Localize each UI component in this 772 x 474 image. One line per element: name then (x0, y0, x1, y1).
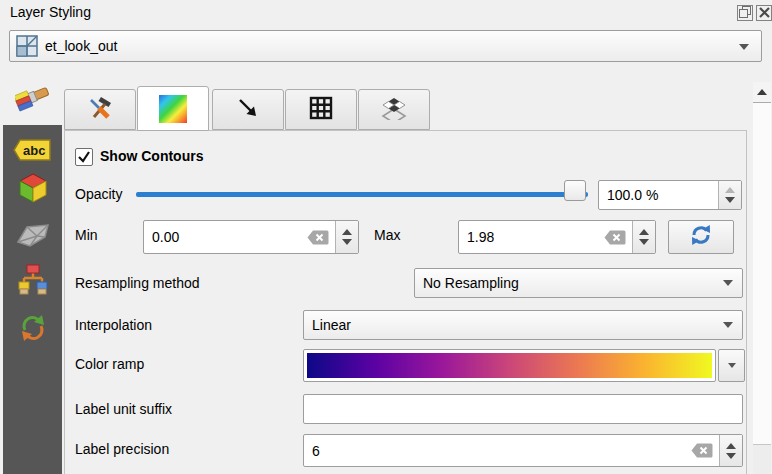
chevron-down-icon (739, 44, 749, 50)
label-unit-suffix-label: Label unit suffix (75, 401, 172, 417)
spin-up-icon[interactable] (342, 229, 352, 235)
max-value: 1.98 (467, 229, 604, 245)
label-precision-spin-buttons (719, 435, 742, 466)
labels-abc-icon: abc (13, 138, 53, 166)
opacity-label: Opacity (75, 186, 122, 202)
renderer-settings-panel: Show Contours Opacity 100.0 % Min 0.00 M… (64, 130, 747, 474)
resampling-label: Resampling method (75, 275, 200, 291)
interpolation-dropdown[interactable]: Linear (303, 310, 743, 340)
sidebar-item-mesh[interactable] (3, 214, 62, 258)
check-icon (77, 150, 91, 164)
clear-backspace-icon (691, 443, 713, 458)
min-spinbox[interactable]: 0.00 (143, 220, 359, 254)
color-ramp-dropdown-button[interactable] (718, 349, 745, 382)
tab-color-ramp[interactable] (137, 86, 209, 131)
tab-grid[interactable] (285, 89, 357, 130)
max-clear-button[interactable] (604, 230, 626, 245)
svg-text:abc: abc (23, 143, 45, 158)
resampling-value: No Resampling (423, 275, 723, 291)
chevron-down-icon (728, 363, 736, 368)
opacity-slider-track[interactable] (136, 192, 588, 197)
min-label: Min (75, 227, 98, 243)
label-unit-suffix-input[interactable] (303, 394, 743, 424)
styling-sidebar: abc (3, 72, 62, 474)
tab-contour-lines[interactable] (212, 89, 284, 130)
spin-up-icon[interactable] (639, 229, 649, 235)
label-precision-clear-button[interactable] (691, 443, 713, 458)
vertical-scrollbar[interactable] (753, 82, 771, 474)
sidebar-item-style-history[interactable] (3, 260, 62, 304)
chevron-down-icon (723, 322, 733, 328)
float-icon (739, 4, 751, 22)
sidebar-item-symbology[interactable] (3, 78, 62, 122)
sidebar-item-live-update[interactable] (3, 308, 62, 352)
spin-up-icon[interactable] (725, 187, 735, 193)
max-label: Max (374, 227, 400, 243)
spin-down-icon[interactable] (726, 453, 736, 459)
label-precision-spinbox[interactable]: 6 (303, 434, 743, 467)
scrollbar-thumb[interactable] (753, 103, 771, 445)
clear-backspace-icon (307, 230, 329, 245)
tab-tools[interactable] (64, 89, 136, 130)
scroll-up-icon (757, 89, 767, 95)
resampling-dropdown[interactable]: No Resampling (414, 268, 743, 298)
tab-transparency-layers[interactable] (358, 89, 430, 130)
show-contours-checkbox[interactable] (75, 148, 93, 166)
min-value: 0.00 (152, 229, 307, 245)
max-spin-buttons (632, 221, 655, 253)
spin-down-icon[interactable] (342, 239, 352, 245)
raster-layer-icon (16, 35, 38, 57)
min-clear-button[interactable] (307, 230, 329, 245)
spin-down-icon[interactable] (725, 197, 735, 203)
interpolation-value: Linear (312, 317, 723, 333)
float-panel-button[interactable] (737, 5, 753, 21)
layers-icon (380, 96, 408, 124)
close-icon (759, 4, 770, 22)
refresh-icon (690, 224, 712, 250)
clear-backspace-icon (604, 230, 626, 245)
color-ramp-label: Color ramp (75, 356, 144, 372)
spin-down-icon[interactable] (639, 239, 649, 245)
color-ramp-gradient (307, 353, 712, 378)
color-ramp-button[interactable] (303, 349, 716, 382)
chevron-down-icon (723, 280, 733, 286)
panel-titlebar: Layer Styling (0, 0, 772, 26)
live-update-icon (18, 313, 48, 347)
layer-selector-dropdown[interactable]: et_look_out (9, 30, 762, 62)
tools-icon (87, 95, 113, 125)
opacity-value: 100.0 % (607, 187, 718, 203)
opacity-slider-handle[interactable] (564, 180, 586, 201)
style-history-icon (16, 263, 50, 301)
scrollbar-up-button[interactable] (753, 82, 771, 103)
label-precision-label: Label precision (75, 441, 169, 457)
show-contours-label: Show Contours (100, 148, 203, 164)
spin-up-icon[interactable] (726, 443, 736, 449)
layer-selector-value: et_look_out (45, 38, 117, 54)
label-precision-value: 6 (312, 443, 691, 459)
refresh-min-max-button[interactable] (668, 220, 734, 254)
grid-icon (308, 95, 334, 125)
max-spinbox[interactable]: 1.98 (458, 220, 656, 254)
mesh-icon (16, 220, 50, 252)
diagonal-arrow-icon (236, 96, 260, 124)
opacity-spinbox[interactable]: 100.0 % (598, 180, 742, 210)
interpolation-label: Interpolation (75, 317, 152, 333)
opacity-spin-buttons (718, 181, 741, 209)
3d-cube-icon (17, 171, 49, 209)
close-panel-button[interactable] (756, 5, 772, 21)
panel-title: Layer Styling (10, 4, 91, 20)
min-spin-buttons (335, 221, 358, 253)
color-ramp-icon (159, 95, 187, 123)
symbology-brush-icon (15, 80, 51, 120)
sidebar-item-3d-view[interactable] (3, 168, 62, 212)
